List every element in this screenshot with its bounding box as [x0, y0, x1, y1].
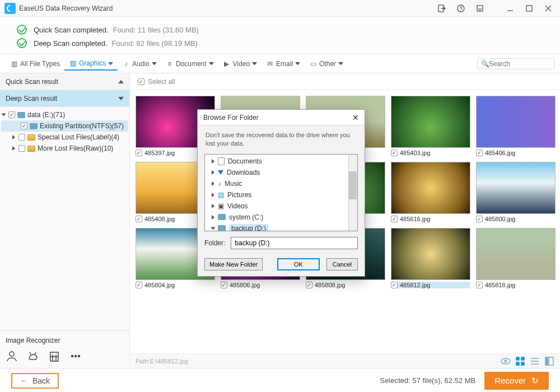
cancel-button[interactable]: Cancel — [326, 258, 358, 270]
thumbnail-name: 485818.jpg — [485, 282, 515, 288]
dlg-tree-system-drive[interactable]: system (C:) — [206, 212, 356, 223]
checkbox[interactable] — [18, 145, 25, 152]
titlebar-help-icon[interactable] — [451, 0, 470, 17]
thumbnail-image — [391, 162, 470, 214]
quick-scan-detail: Found: 11 files (31.60 MB) — [113, 26, 199, 34]
checkbox[interactable]: ✓ — [391, 216, 398, 222]
checkbox[interactable]: ✓ — [136, 216, 142, 222]
music-icon: ♪ — [218, 180, 221, 188]
preview-icon[interactable] — [501, 356, 511, 366]
thumbnail-name: 485800.jpg — [485, 216, 515, 222]
quick-scan-panel-header[interactable]: Quick Scan result — [0, 73, 129, 90]
checkbox[interactable]: ✓ — [136, 150, 142, 156]
drive-icon — [218, 214, 226, 220]
thumbnail[interactable]: ✓485812.jpg — [391, 228, 470, 288]
checkbox[interactable]: ✓ — [476, 282, 483, 288]
tree-node-label: Existing Partition(NTFS)(57) — [40, 122, 124, 130]
thumbnail[interactable]: ✓485616.jpg — [391, 162, 470, 222]
filter-other[interactable]: ▭ Other — [305, 58, 348, 70]
tree-node-label: More Lost Files(Raw)(10) — [38, 144, 113, 152]
checkbox[interactable]: ✓ — [476, 150, 483, 156]
chevron-down-icon — [108, 62, 113, 65]
checkbox[interactable]: ✓ — [21, 123, 27, 129]
thumbnail-image — [476, 96, 556, 148]
checkbox[interactable]: ✓ — [136, 282, 142, 288]
chevron-down-icon — [295, 62, 300, 65]
folder-input[interactable] — [231, 237, 358, 249]
deep-scan-panel-header[interactable]: Deep Scan result — [0, 90, 129, 107]
checkbox[interactable]: ✓ — [8, 111, 15, 118]
tree-special-lost-files[interactable]: Special Lost Files(Label)(4) — [1, 132, 128, 143]
recognizer-person-icon[interactable] — [6, 350, 18, 362]
dlg-tree-label: Pictures — [227, 191, 251, 199]
dlg-tree-pictures[interactable]: ▧Pictures — [206, 189, 356, 200]
thumbnail-name: 485808.jpg — [315, 282, 345, 288]
close-icon[interactable]: ✕ — [352, 113, 359, 122]
checkbox[interactable]: ✓ — [391, 150, 398, 156]
svg-point-16 — [505, 360, 507, 362]
dlg-tree-music[interactable]: ♪Music — [206, 178, 356, 189]
filter-email[interactable]: ✉ Email — [262, 58, 305, 70]
filter-all-file-types[interactable]: ▥ All File Types — [6, 58, 64, 70]
checkbox[interactable]: ✓ — [138, 78, 144, 85]
detail-view-icon[interactable] — [544, 356, 554, 366]
pictures-icon: ▧ — [218, 191, 224, 199]
dlg-tree-documents[interactable]: Documents — [206, 156, 356, 167]
ok-button[interactable]: OK — [277, 258, 320, 270]
recover-label: Recover — [494, 376, 526, 385]
tree-root-drive[interactable]: ✓ data (E:)(71) — [1, 109, 128, 120]
list-view-icon[interactable] — [530, 356, 540, 366]
titlebar-logout-icon[interactable] — [432, 0, 451, 17]
window-minimize-icon[interactable] — [501, 0, 520, 17]
select-all-row[interactable]: ✓ Select all — [130, 73, 560, 90]
dialog-title-bar[interactable]: Browse For Folder ✕ — [198, 110, 365, 125]
triangle-down-icon — [2, 114, 6, 116]
filter-video[interactable]: ▶ Video — [218, 58, 262, 70]
thumbnail[interactable]: ✓485406.jpg — [476, 96, 556, 156]
filter-label: Video — [233, 60, 250, 68]
scrollbar-thumb[interactable] — [349, 171, 357, 199]
tree-existing-partition[interactable]: ✓ Existing Partition(NTFS)(57) — [1, 120, 128, 132]
filter-label: Audio — [132, 60, 150, 68]
tree-node-label: Special Lost Files(Label)(4) — [38, 133, 119, 141]
checkbox[interactable]: ✓ — [306, 282, 312, 288]
tree-node-label: data (E:)(71) — [27, 111, 65, 119]
filter-audio[interactable]: ♪ Audio — [118, 58, 161, 70]
titlebar-menu-icon[interactable] — [470, 0, 489, 17]
select-all-label: Select all — [148, 78, 175, 86]
checkmark-icon — [17, 25, 27, 35]
thumbnail[interactable]: ✓485403.jpg — [391, 96, 470, 156]
tree-more-lost-files[interactable]: More Lost Files(Raw)(10) — [1, 143, 128, 154]
thumbnail[interactable]: ✓485818.jpg — [476, 228, 556, 288]
window-maximize-icon[interactable] — [520, 0, 539, 17]
checkbox[interactable]: ✓ — [221, 282, 227, 288]
make-new-folder-button[interactable]: Make New Folder — [204, 258, 263, 270]
checkbox[interactable]: ✓ — [391, 282, 398, 288]
thumbnail[interactable]: ✓485800.jpg — [476, 162, 556, 222]
svg-point-7 — [10, 352, 14, 356]
filter-document[interactable]: ≡ Document — [161, 58, 218, 70]
svg-rect-24 — [545, 357, 548, 365]
dlg-tree-downloads[interactable]: Downloads — [206, 167, 356, 178]
svg-rect-19 — [516, 362, 519, 365]
checkbox[interactable] — [18, 134, 25, 141]
chevron-down-icon — [118, 97, 124, 100]
search-input[interactable] — [489, 60, 550, 68]
window-close-icon[interactable] — [539, 0, 558, 17]
scrollbar[interactable] — [348, 155, 357, 231]
recognizer-building-icon[interactable] — [48, 350, 60, 362]
filter-graphics[interactable]: ▧ Graphics — [64, 57, 118, 71]
checkbox[interactable]: ✓ — [476, 216, 483, 222]
grid-view-icon[interactable] — [515, 356, 525, 366]
panel-header-label: Deep Scan result — [6, 95, 57, 102]
back-button[interactable]: ← Back — [11, 373, 59, 389]
recover-button[interactable]: Recover ↻ — [484, 372, 549, 390]
dlg-tree-backup-drive[interactable]: backup (D:) — [206, 223, 356, 231]
deep-scan-status: Deep Scan completed. Found: 82 files (98… — [17, 38, 543, 48]
recognizer-more-icon[interactable] — [69, 350, 82, 362]
download-icon — [218, 170, 223, 175]
dlg-tree-videos[interactable]: ▣Videos — [206, 200, 356, 212]
caret-right-icon — [212, 215, 214, 220]
recognizer-animal-icon[interactable] — [27, 350, 39, 362]
search-box[interactable]: 🔍 — [477, 58, 554, 69]
